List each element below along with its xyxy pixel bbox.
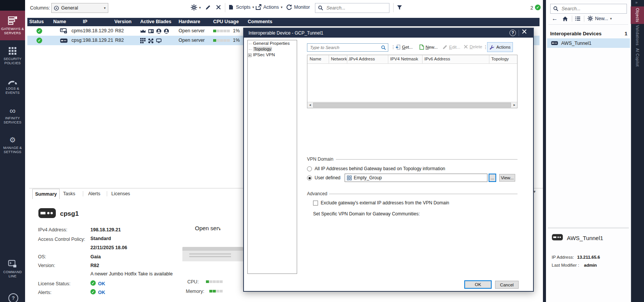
objects-search-input[interactable] bbox=[561, 6, 624, 12]
dialog-close-icon[interactable] bbox=[522, 29, 527, 34]
radio-user-defined[interactable] bbox=[307, 176, 312, 180]
monitor-button[interactable]: Monitor bbox=[286, 4, 310, 10]
delete-interface-button[interactable]: Delete bbox=[464, 44, 482, 49]
gateways-search[interactable] bbox=[315, 3, 389, 13]
col-version[interactable]: Version bbox=[114, 19, 131, 24]
jumbo-hotfix-notice: A newer Jumbo Hotfix Take is available bbox=[90, 271, 173, 277]
sidebar-item-manage-settings[interactable]: ⚙ MANAGE & SETTINGS bbox=[0, 134, 25, 157]
col-comments[interactable]: Comments bbox=[248, 19, 272, 24]
tree-expand-icon[interactable] bbox=[248, 54, 252, 57]
col-cpu[interactable]: CPU Usage bbox=[213, 19, 239, 24]
objects-search[interactable] bbox=[550, 4, 627, 14]
col-ipv4[interactable]: IPv4 Address bbox=[349, 57, 375, 61]
tab-alerts[interactable]: Alerts bbox=[88, 191, 100, 196]
exclude-checkbox-label[interactable]: Exclude gateway's external IP addresses … bbox=[321, 200, 449, 206]
cpu-bar bbox=[206, 280, 223, 283]
col-name[interactable]: Name bbox=[53, 19, 66, 24]
validation-ok-icon[interactable]: ✓ bbox=[535, 5, 541, 10]
col-hardware[interactable]: Hardware bbox=[179, 19, 200, 24]
new-object-button[interactable]: ▾ bbox=[191, 4, 201, 11]
collapse-panel-icon[interactable]: » bbox=[635, 0, 638, 5]
topology-search[interactable] bbox=[307, 43, 388, 52]
alerts-value[interactable]: OK bbox=[98, 290, 105, 295]
col-ip[interactable]: IP bbox=[83, 19, 87, 24]
col-ipv6[interactable]: IPv6 Address bbox=[424, 57, 450, 61]
dialog-title-bar[interactable]: Interoperable Device - GCP_Tunnel1 bbox=[244, 28, 533, 38]
tree-item-ipsec-vpn[interactable]: IPSec VPN bbox=[253, 52, 275, 57]
col-blades[interactable]: Active Blades bbox=[140, 19, 171, 24]
edit-interface-button[interactable]: Edit... bbox=[442, 44, 460, 50]
get-interfaces-button[interactable]: Get... bbox=[395, 44, 413, 50]
scroll-left-icon[interactable]: ◄ bbox=[307, 102, 313, 108]
vpn-domain-group-field[interactable]: Empty_Group bbox=[345, 174, 487, 182]
tree-connector bbox=[249, 49, 252, 50]
columns-view-dropdown[interactable]: General ▾ bbox=[51, 3, 108, 13]
col-status[interactable]: Status bbox=[29, 19, 44, 24]
sidebar-item-logs-events[interactable]: LOGS & EVENTS bbox=[0, 76, 25, 98]
scripts-button[interactable]: Scripts ▾ bbox=[228, 4, 254, 10]
list-item-aws-tunnel1[interactable]: AWS_Tunnel1 bbox=[547, 38, 630, 48]
col-netmask[interactable]: IPV4 Netmask bbox=[390, 57, 418, 61]
help-icon[interactable]: ? bbox=[8, 293, 18, 302]
sidebar-item-command-line[interactable]: COMMAND LINE bbox=[0, 255, 25, 283]
new-object-button[interactable]: New... ▾ bbox=[587, 16, 612, 21]
actions-button[interactable]: Actions ▾ bbox=[255, 4, 283, 10]
refresh-circle-icon bbox=[286, 4, 292, 10]
browse-group-button[interactable]: ... bbox=[489, 174, 496, 182]
view-profile-icon bbox=[54, 6, 59, 11]
status-ok-icon: ✓ bbox=[36, 28, 42, 34]
delete-button[interactable] bbox=[216, 5, 221, 10]
back-arrow-icon[interactable]: ← bbox=[552, 15, 558, 22]
sidebar-item-security-policies[interactable]: SECURITY POLICIES bbox=[0, 44, 25, 68]
tab-objects[interactable]: Objects bbox=[631, 6, 644, 24]
tab-validations[interactable]: Validations bbox=[631, 25, 644, 46]
radio-all-ip-addresses[interactable] bbox=[307, 166, 312, 171]
tab-ai-copilot[interactable]: AI Copilot bbox=[631, 46, 644, 68]
get-icon bbox=[395, 44, 400, 50]
col-name[interactable]: Name bbox=[310, 57, 321, 61]
interoperable-devices-header[interactable]: Interoperable Devices bbox=[550, 31, 601, 36]
view-group-button[interactable]: View... bbox=[499, 174, 515, 182]
filter-button[interactable] bbox=[397, 5, 402, 10]
horizontal-scrollbar[interactable]: ◄ ► bbox=[307, 102, 517, 108]
new-interface-button[interactable]: New... bbox=[419, 44, 438, 50]
scrollbar-thumb[interactable] bbox=[313, 103, 511, 108]
gateways-servers-icon bbox=[8, 16, 17, 25]
tab-licenses[interactable]: Licenses bbox=[111, 191, 130, 196]
detail-ip-label: IP Address: bbox=[552, 255, 574, 259]
tree-item-topology[interactable]: Topology bbox=[253, 47, 272, 51]
sidebar-item-gateways-servers[interactable]: GATEWAYS & SERVERS bbox=[0, 11, 25, 40]
funnel-icon bbox=[397, 5, 402, 10]
scroll-right-icon[interactable]: ► bbox=[512, 102, 517, 108]
gateway-icon-large bbox=[38, 207, 56, 219]
col-topology[interactable]: Topology bbox=[491, 57, 509, 61]
ok-button[interactable]: OK bbox=[464, 280, 492, 289]
radio-user-label[interactable]: User defined bbox=[315, 175, 340, 180]
cell-version: R82 bbox=[115, 28, 124, 33]
group-icon bbox=[347, 176, 352, 180]
tree-item-general-properties[interactable]: General Properties bbox=[253, 41, 290, 46]
toolbar-separator bbox=[225, 3, 225, 12]
search-input[interactable] bbox=[326, 5, 386, 11]
license-status-value[interactable]: OK bbox=[98, 281, 105, 286]
topology-actions-button[interactable]: Actions bbox=[487, 42, 513, 52]
field-value: 22/11/2025 18.06 bbox=[90, 245, 127, 250]
categories-list-icon[interactable] bbox=[575, 16, 581, 21]
field-value[interactable]: Standard bbox=[90, 236, 111, 241]
tab-summary[interactable]: Summary bbox=[32, 189, 60, 199]
tab-label: Summary bbox=[35, 191, 57, 197]
tab-tasks[interactable]: Tasks bbox=[63, 191, 75, 196]
radio-all-label[interactable]: All IP Addresses behind Gateway based on… bbox=[315, 166, 445, 171]
home-icon[interactable] bbox=[562, 16, 568, 22]
field-value: R82 bbox=[90, 263, 99, 268]
dialog-nav-tree bbox=[247, 40, 297, 274]
dialog-help-icon[interactable]: ? bbox=[510, 30, 516, 36]
col-network[interactable]: Network ... bbox=[331, 57, 352, 61]
topology-search-input[interactable] bbox=[309, 45, 381, 50]
sidebar-item-infinity-services[interactable]: ∞ INFINITY SERVICES bbox=[0, 105, 25, 127]
cell-ip: 198.18.129.21 bbox=[83, 38, 113, 43]
exclude-external-checkbox[interactable] bbox=[313, 201, 318, 206]
ok-label: OK bbox=[475, 282, 481, 287]
edit-button[interactable] bbox=[205, 5, 211, 10]
cancel-button[interactable]: Cancel bbox=[495, 281, 519, 289]
